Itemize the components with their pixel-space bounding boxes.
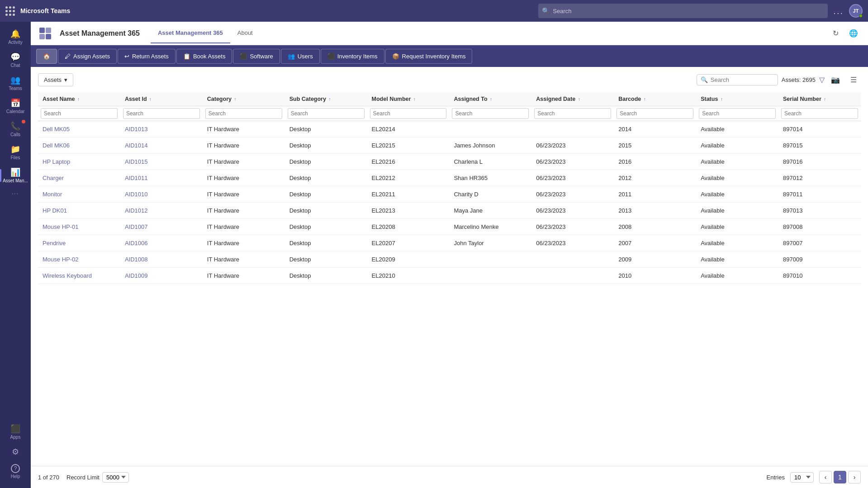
sort-assigned-to[interactable]: ↑ [490, 97, 492, 102]
cell-serial: 897009 [778, 251, 861, 268]
tab-software[interactable]: ⬛ Software [233, 49, 280, 64]
search-barcode[interactable] [617, 108, 693, 119]
asset-id-link[interactable]: AID1015 [125, 158, 148, 165]
asset-id-link[interactable]: AID1013 [125, 126, 148, 133]
tab-inventory-items[interactable]: ⬛ Inventory Items [321, 49, 384, 64]
asset-id-link[interactable]: AID1010 [125, 191, 148, 198]
asset-id-link[interactable]: AID1011 [125, 175, 148, 181]
ellipsis-menu[interactable]: ... [833, 6, 844, 16]
tab-home[interactable]: 🏠 [36, 49, 57, 64]
sidebar-item-settings[interactable]: ⚙ [10, 443, 21, 460]
prev-page-button[interactable]: ‹ [819, 471, 832, 483]
sort-status[interactable]: ↑ [721, 97, 723, 102]
asset-id-link[interactable]: AID1014 [125, 142, 148, 149]
cell-serial: 897016 [778, 154, 861, 170]
th-barcode: Barcode ↑ [614, 92, 696, 106]
asset-name-link[interactable]: Wireless Keyboard [43, 272, 92, 279]
apps-icon: ⬛ [10, 424, 20, 434]
refresh-button[interactable]: ↻ [828, 26, 843, 41]
asset-name-link[interactable]: Charger [43, 175, 64, 181]
cell-name: Pendrive [38, 235, 120, 251]
cell-barcode: 2012 [614, 170, 696, 186]
tab-return-assets-label: Return Assets [132, 53, 169, 60]
asset-name-link[interactable]: Mouse HP-02 [43, 256, 78, 263]
asset-id-link[interactable]: AID1008 [125, 256, 148, 263]
cell-assigned-to [449, 251, 531, 268]
record-limit-select[interactable]: 5000 1000 500 100 [102, 472, 129, 483]
sidebar-item-asset-mgmt[interactable]: 📊 Asset Man... [0, 164, 31, 187]
sort-asset-name[interactable]: ↑ [77, 97, 80, 102]
tab-return-assets[interactable]: ↩ Return Assets [118, 49, 175, 64]
sidebar-item-apps[interactable]: ⬛ Apps [10, 420, 21, 443]
search-asset-name[interactable] [41, 108, 118, 119]
assets-dropdown[interactable]: Assets ▾ [38, 73, 73, 86]
camera-button[interactable]: 📷 [828, 72, 843, 87]
tab-book-assets[interactable]: 📋 Book Assets [176, 49, 232, 64]
global-search-wrap: 🔍 [538, 4, 828, 18]
asset-name-link[interactable]: Monitor [43, 191, 62, 198]
asset-name-link[interactable]: Dell MK06 [43, 142, 70, 149]
sort-model-number[interactable]: ↑ [413, 97, 416, 102]
asset-id-link[interactable]: AID1009 [125, 272, 148, 279]
search-category[interactable] [205, 108, 282, 119]
asset-name-link[interactable]: Pendrive [43, 240, 66, 246]
tab-assign-assets[interactable]: 🖊 Assign Assets [58, 49, 117, 64]
asset-name-link[interactable]: HP Laptop [43, 158, 70, 165]
sidebar-item-teams[interactable]: 👥 Teams [0, 71, 31, 95]
sidebar-label-calendar: Calendar [6, 109, 25, 114]
asset-name-link[interactable]: Mouse HP-01 [43, 223, 78, 230]
entries-select[interactable]: 10 25 50 100 [790, 472, 814, 483]
cell-barcode: 2010 [614, 268, 696, 284]
sidebar-item-calendar[interactable]: 📅 Calendar [0, 95, 31, 118]
asset-table-wrap: Asset Name ↑ Asset Id ↑ Category ↑ Sub C… [38, 92, 861, 466]
cell-status: Available [696, 268, 778, 284]
tab-request-inventory-label: Request Inventory Items [402, 53, 466, 60]
page-info: 1 of 270 [38, 474, 59, 481]
table-search-input[interactable] [711, 76, 774, 83]
asset-id-link[interactable]: AID1006 [125, 240, 148, 246]
asset-name-link[interactable]: HP DK01 [43, 207, 67, 214]
tab-users[interactable]: 👥 Users [281, 49, 320, 64]
page-1-button[interactable]: 1 [834, 471, 846, 483]
asset-id-link[interactable]: AID1007 [125, 223, 148, 230]
nav-item-about[interactable]: About [230, 23, 260, 43]
search-asset-id[interactable] [123, 108, 200, 119]
cell-sub-category: Desktop [285, 121, 367, 137]
sort-category[interactable]: ↑ [234, 97, 236, 102]
global-search-input[interactable] [538, 4, 828, 18]
sort-serial-number[interactable]: ↑ [824, 97, 826, 102]
assets-count: Assets: 2695 [782, 76, 816, 83]
next-page-button[interactable]: › [848, 471, 861, 483]
sort-asset-id[interactable]: ↑ [149, 97, 152, 102]
list-view-button[interactable]: ☰ [846, 72, 861, 87]
search-sub-category[interactable] [288, 108, 365, 119]
globe-button[interactable]: 🌐 [846, 26, 861, 41]
cell-name: Mouse HP-01 [38, 219, 120, 235]
search-cell-id [120, 106, 203, 121]
sidebar-item-more[interactable]: ··· [0, 187, 31, 200]
nav-item-asset-mgmt[interactable]: Asset Management 365 [151, 23, 230, 43]
tab-request-inventory[interactable]: 📦 Request Inventory Items [385, 49, 473, 64]
sidebar-item-chat[interactable]: 💬 Chat [0, 48, 31, 71]
search-assigned-to[interactable] [452, 108, 529, 119]
activity-icon: 🔔 [10, 29, 20, 39]
sort-sub-category[interactable]: ↑ [328, 97, 331, 102]
sort-barcode[interactable]: ↑ [644, 97, 646, 102]
sort-assigned-date[interactable]: ↑ [578, 97, 580, 102]
sidebar-item-help[interactable]: ? Help [10, 460, 21, 483]
asset-id-link[interactable]: AID1012 [125, 207, 148, 214]
table-search-wrap: 🔍 [697, 74, 778, 85]
search-serial[interactable] [781, 108, 858, 119]
search-status[interactable] [699, 108, 776, 119]
search-assigned-date[interactable] [534, 108, 611, 119]
cell-assigned-to: Maya Jane [449, 203, 531, 219]
search-model-number[interactable] [370, 108, 447, 119]
sidebar-item-files[interactable]: 📁 Files [0, 141, 31, 164]
asset-name-link[interactable]: Dell MK05 [43, 126, 70, 133]
sidebar-item-calls[interactable]: 📞 Calls [0, 118, 31, 141]
table-row: HP DK01 AID1012 IT Hardware Desktop EL20… [38, 203, 861, 219]
sidebar-item-activity[interactable]: 🔔 Activity [0, 25, 31, 48]
grid-icon[interactable] [5, 6, 15, 16]
sidebar-label-teams: Teams [9, 86, 22, 91]
filter-icon[interactable]: ▽ [819, 76, 825, 84]
